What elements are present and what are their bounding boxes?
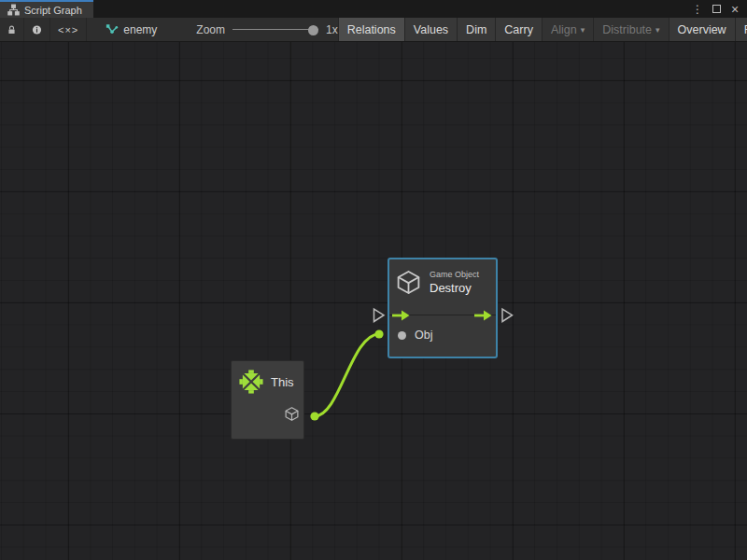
this-self-icon bbox=[239, 370, 263, 394]
gameobject-output-port[interactable] bbox=[284, 406, 300, 422]
tab-script-graph[interactable]: Script Graph bbox=[0, 0, 93, 18]
close-icon[interactable]: × bbox=[728, 4, 741, 15]
graph-canvas[interactable]: This Game Object bbox=[0, 42, 747, 560]
align-button[interactable]: Align ▾ bbox=[542, 18, 593, 41]
relations-button[interactable]: Relations bbox=[338, 18, 404, 41]
zoom-slider-knob[interactable] bbox=[308, 25, 318, 35]
maximize-icon[interactable] bbox=[710, 4, 723, 15]
gameobject-cube-icon bbox=[395, 269, 422, 296]
dim-button[interactable]: Dim bbox=[457, 18, 495, 41]
connection-end-dot[interactable] bbox=[374, 329, 383, 338]
connection-start-dot[interactable] bbox=[310, 412, 318, 420]
node-header: Game Object Destroy bbox=[389, 259, 496, 315]
connection-wire[interactable] bbox=[315, 334, 379, 416]
script-graph-icon bbox=[106, 23, 119, 35]
code-icon: <×> bbox=[58, 24, 78, 35]
node-destroy[interactable]: Game Object Destroy Obj bbox=[388, 258, 498, 358]
graph-name: enemy bbox=[123, 23, 157, 36]
zoom-value: 1x bbox=[326, 23, 338, 36]
zoom-control: Zoom 1x bbox=[196, 18, 337, 41]
title-bar: Script Graph ⋮ × bbox=[0, 0, 747, 18]
chevron-down-icon: ▾ bbox=[581, 25, 585, 35]
window-menu-icon[interactable]: ⋮ bbox=[691, 4, 704, 15]
values-button[interactable]: Values bbox=[404, 18, 457, 41]
tab-title: Script Graph bbox=[24, 5, 82, 16]
obj-port-label: Obj bbox=[415, 329, 432, 342]
obj-port-dot[interactable] bbox=[398, 331, 406, 340]
graph-toolbar: <×> enemy Zoom 1x Relations Va bbox=[0, 18, 747, 42]
connections-overlay bbox=[0, 42, 747, 560]
external-flow-out-triangle[interactable] bbox=[502, 309, 513, 322]
carry-button[interactable]: Carry bbox=[495, 18, 542, 41]
distribute-button[interactable]: Distribute ▾ bbox=[593, 18, 668, 41]
flow-output-port[interactable] bbox=[474, 310, 492, 321]
input-port-row[interactable]: Obj bbox=[389, 326, 432, 344]
window-controls: ⋮ × bbox=[691, 0, 747, 18]
chevron-down-icon: ▾ bbox=[655, 25, 660, 35]
info-icon bbox=[32, 23, 42, 36]
overview-button[interactable]: Overview bbox=[669, 18, 735, 41]
node-title: This bbox=[271, 375, 294, 389]
lock-icon bbox=[7, 23, 16, 36]
node-category: Game Object bbox=[430, 270, 479, 279]
fullscreen-button[interactable]: Full Screen bbox=[735, 18, 747, 41]
edit-graph-button[interactable]: <×> bbox=[50, 18, 87, 41]
zoom-label: Zoom bbox=[196, 23, 225, 36]
node-this[interactable]: This bbox=[231, 360, 304, 440]
graph-hierarchy-icon bbox=[7, 4, 20, 16]
zoom-slider[interactable] bbox=[233, 23, 318, 36]
toolbar-buttons: Relations Values Dim Carry Align ▾ Distr… bbox=[338, 18, 747, 41]
flow-input-port[interactable] bbox=[392, 310, 410, 321]
script-graph-window: Script Graph ⋮ × <×> bbox=[0, 0, 747, 560]
node-title: Destroy bbox=[430, 281, 472, 295]
graph-breadcrumb[interactable]: enemy bbox=[106, 18, 157, 41]
info-button[interactable] bbox=[24, 18, 50, 41]
lock-button[interactable] bbox=[0, 18, 24, 41]
zoom-slider-track bbox=[233, 29, 318, 30]
external-flow-in-triangle[interactable] bbox=[374, 309, 385, 322]
